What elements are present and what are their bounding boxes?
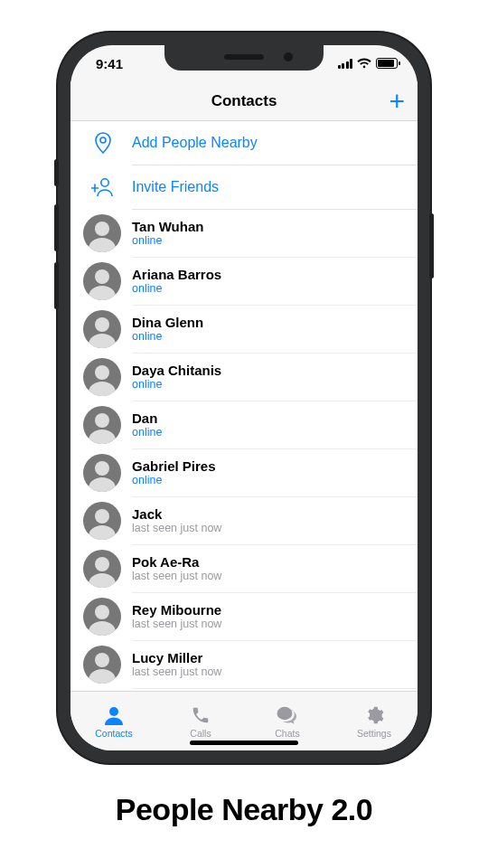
- contact-name: Rey Mibourne: [132, 602, 221, 618]
- status-time: 9:41: [96, 56, 123, 71]
- contact-status: online: [132, 282, 221, 296]
- contact-texts: Tan Wuhanonline: [132, 219, 203, 248]
- svg-point-7: [89, 334, 116, 348]
- tab-chats-label: Chats: [275, 728, 299, 739]
- contact-row[interactable]: Gabriel Piresonline: [70, 449, 418, 496]
- avatar: [83, 358, 121, 396]
- contact-status: online: [132, 426, 162, 439]
- contact-texts: Jacklast seen just now: [132, 506, 221, 535]
- tab-contacts-label: Contacts: [95, 728, 132, 739]
- contact-status: online: [132, 378, 221, 392]
- svg-point-21: [89, 669, 116, 684]
- contact-status: online: [132, 234, 203, 248]
- calls-icon: [191, 704, 211, 726]
- svg-point-24: [109, 707, 118, 716]
- contact-row[interactable]: Dina Glennonline: [70, 306, 418, 353]
- contact-name: Jack: [132, 506, 221, 523]
- contact-texts: Dina Glennonline: [132, 315, 203, 344]
- avatar: [83, 262, 121, 300]
- avatar: [83, 214, 121, 252]
- navbar: Contacts +: [70, 81, 418, 121]
- add-contact-button[interactable]: +: [389, 88, 405, 115]
- hw-button-volume-down: [54, 262, 59, 309]
- add-people-nearby-row[interactable]: Add People Nearby: [70, 121, 418, 165]
- settings-icon: [364, 704, 384, 726]
- content-scroll[interactable]: Add People Nearby Invite Friends Tan Wuh…: [70, 121, 418, 691]
- add-people-nearby-label: Add People Nearby: [132, 135, 258, 151]
- page-title: Contacts: [211, 92, 277, 110]
- contact-row[interactable]: Lucy Millerlast seen just now: [70, 641, 418, 688]
- svg-point-16: [95, 557, 109, 571]
- screen: 9:41 Contacts +: [70, 45, 418, 750]
- hw-button-volume-up: [54, 204, 59, 251]
- contact-name: Ariana Barros: [132, 267, 221, 283]
- contact-texts: Daya Chitanisonline: [132, 363, 221, 392]
- svg-point-5: [89, 286, 116, 300]
- contacts-icon: [103, 704, 125, 726]
- contact-status: last seen just now: [132, 618, 221, 631]
- phone-frame: 9:41 Contacts +: [58, 33, 430, 763]
- svg-point-14: [95, 509, 109, 524]
- contact-row[interactable]: Jacklast seen just now: [70, 497, 418, 544]
- contacts-list: Tan WuhanonlineAriana BarrosonlineDina G…: [70, 210, 418, 691]
- contact-status: online: [132, 330, 203, 344]
- invite-friends-icon: [83, 167, 123, 207]
- tab-calls-label: Calls: [190, 728, 211, 739]
- svg-point-1: [101, 179, 108, 186]
- tab-settings-label: Settings: [357, 728, 391, 739]
- contact-status: last seen just now: [132, 570, 221, 583]
- svg-point-15: [89, 525, 116, 540]
- hw-button-silence: [54, 159, 59, 186]
- svg-point-8: [95, 365, 109, 380]
- contact-texts: Gabriel Piresonline: [132, 458, 216, 487]
- avatar: [83, 454, 121, 492]
- svg-point-25: [277, 706, 293, 719]
- contact-name: Gabriel Pires: [132, 458, 216, 475]
- battery-icon: [376, 58, 398, 69]
- avatar: [83, 598, 121, 636]
- avatar: [83, 310, 121, 348]
- avatar: [83, 406, 121, 444]
- status-bar: 9:41: [70, 45, 418, 81]
- avatar: [83, 550, 121, 588]
- invite-friends-row[interactable]: Invite Friends: [70, 165, 418, 209]
- home-indicator: [190, 741, 298, 745]
- svg-point-6: [95, 317, 109, 332]
- svg-point-10: [95, 413, 109, 428]
- svg-point-9: [89, 382, 116, 396]
- contact-texts: Lucy Millerlast seen just now: [132, 650, 221, 679]
- svg-point-4: [95, 269, 109, 284]
- contact-status: online: [132, 474, 216, 487]
- contact-texts: Rey Mibournelast seen just now: [132, 602, 221, 631]
- contact-name: Daya Chitanis: [132, 363, 221, 379]
- cellular-signal-icon: [338, 59, 353, 69]
- contact-texts: Ariana Barrosonline: [132, 267, 221, 296]
- contact-row[interactable]: Rey Mibournelast seen just now: [70, 593, 418, 640]
- avatar: [83, 646, 121, 684]
- svg-point-12: [95, 461, 109, 476]
- contact-row[interactable]: Ariana Barrosonline: [70, 258, 418, 305]
- svg-point-0: [100, 137, 106, 143]
- tab-settings[interactable]: Settings: [331, 692, 418, 750]
- svg-point-13: [89, 477, 116, 492]
- svg-point-11: [89, 429, 116, 444]
- invite-friends-label: Invite Friends: [132, 179, 219, 195]
- contact-texts: Danonline: [132, 410, 162, 439]
- avatar: [83, 502, 121, 540]
- contact-name: Pok Ae-Ra: [132, 554, 221, 571]
- svg-point-19: [89, 621, 116, 636]
- contact-row[interactable]: Danonline: [70, 401, 418, 448]
- contact-name: Tan Wuhan: [132, 219, 203, 235]
- contact-row[interactable]: Pok Ae-Ralast seen just now: [70, 545, 418, 592]
- promo-caption: People Nearby 2.0: [116, 792, 372, 827]
- chats-icon: [277, 704, 298, 726]
- contact-row[interactable]: Tan Wuhanonline: [70, 210, 418, 257]
- svg-point-3: [89, 238, 116, 252]
- contact-texts: Pok Ae-Ralast seen just now: [132, 554, 221, 583]
- contact-name: Dina Glenn: [132, 315, 203, 331]
- contact-name: Lucy Miller: [132, 650, 221, 666]
- contact-row[interactable]: Daya Chitanisonline: [70, 354, 418, 401]
- contact-status: last seen just now: [132, 665, 221, 679]
- svg-point-20: [95, 653, 109, 667]
- tab-contacts[interactable]: Contacts: [70, 692, 157, 750]
